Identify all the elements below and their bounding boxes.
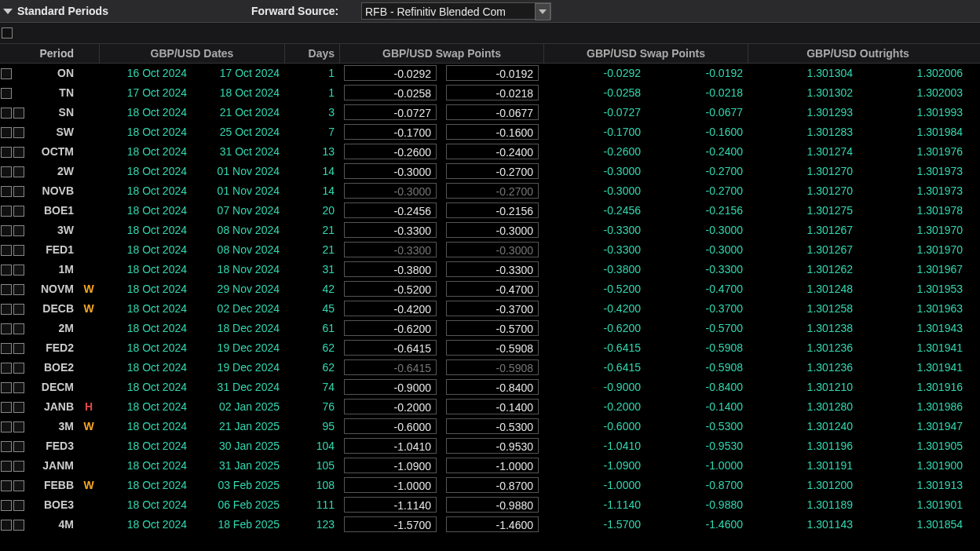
row-checkbox-a[interactable] <box>0 299 13 319</box>
row-checkbox-b[interactable] <box>13 103 25 122</box>
swap1-ask-cell[interactable]: -0.3000 <box>441 221 543 240</box>
row-checkbox-b[interactable] <box>13 279 25 299</box>
row-checkbox-a[interactable] <box>0 260 13 279</box>
collapse-icon[interactable] <box>3 9 13 14</box>
swap1-ask-cell[interactable]: -0.2400 <box>441 142 543 162</box>
swap1-bid-cell[interactable]: -0.4200 <box>339 299 441 319</box>
swap1-ask-cell[interactable]: -0.0677 <box>441 103 543 122</box>
swap1-ask-cell[interactable]: -0.5700 <box>441 319 543 338</box>
row-checkbox-a[interactable] <box>0 476 13 495</box>
swap1-ask-cell[interactable]: -0.3300 <box>441 260 543 279</box>
swap1-bid-cell[interactable]: -0.6415 <box>339 338 441 358</box>
row-checkbox-b[interactable] <box>13 319 25 338</box>
swap1-ask-cell[interactable]: -0.1600 <box>441 122 543 142</box>
row-checkbox-b[interactable] <box>13 221 25 240</box>
row-checkbox-a[interactable] <box>0 64 13 83</box>
forward-source-dropdown[interactable]: RFB - Refinitiv Blended Com <box>361 2 551 20</box>
row-checkbox-a[interactable] <box>0 436 13 456</box>
swap1-bid-cell[interactable]: -0.6000 <box>339 417 441 436</box>
dropdown-button[interactable] <box>535 3 550 20</box>
swap1-bid-cell[interactable]: -1.5700 <box>339 515 441 535</box>
row-checkbox-b[interactable] <box>13 142 25 162</box>
row-checkbox-b[interactable] <box>13 515 25 535</box>
row-checkbox-a[interactable] <box>0 338 13 358</box>
swap1-ask-cell[interactable]: -0.2700 <box>441 181 543 201</box>
row-checkbox-b[interactable] <box>13 417 25 436</box>
swap1-bid-cell[interactable]: -0.0258 <box>339 83 441 103</box>
swap1-ask-cell[interactable]: -1.4600 <box>441 515 543 535</box>
swap1-ask-cell[interactable]: -0.5300 <box>441 417 543 436</box>
row-checkbox-b[interactable] <box>13 456 25 476</box>
swap1-ask-cell[interactable]: -1.0000 <box>441 456 543 476</box>
swap1-ask-cell[interactable]: -0.8700 <box>441 476 543 495</box>
swap1-bid-cell[interactable]: -0.3300 <box>339 221 441 240</box>
swap1-ask-cell[interactable]: -0.3700 <box>441 299 543 319</box>
row-checkbox-b[interactable] <box>13 260 25 279</box>
row-checkbox-a[interactable] <box>0 417 13 436</box>
swap1-ask-cell[interactable]: -0.1400 <box>441 397 543 417</box>
row-checkbox-a[interactable] <box>0 378 13 397</box>
row-checkbox-a[interactable] <box>0 142 13 162</box>
row-checkbox-b[interactable] <box>13 64 25 83</box>
row-checkbox-a[interactable] <box>0 162 13 181</box>
row-checkbox-b[interactable] <box>13 181 25 201</box>
swap1-ask-cell[interactable]: -0.8400 <box>441 378 543 397</box>
swap1-bid-cell[interactable]: -0.5200 <box>339 279 441 299</box>
row-checkbox-a[interactable] <box>0 103 13 122</box>
row-checkbox-b[interactable] <box>13 162 25 181</box>
swap1-ask-cell[interactable]: -0.4700 <box>441 279 543 299</box>
swap1-ask-cell[interactable]: -0.2156 <box>441 201 543 221</box>
row-checkbox-a[interactable] <box>0 201 13 221</box>
swap1-bid-cell[interactable]: -0.3300 <box>339 240 441 260</box>
row-checkbox-b[interactable] <box>13 240 25 260</box>
swap1-bid-cell[interactable]: -0.2456 <box>339 201 441 221</box>
row-checkbox-a[interactable] <box>0 181 13 201</box>
swap1-bid-cell[interactable]: -0.3800 <box>339 260 441 279</box>
row-checkbox-a[interactable] <box>0 83 13 103</box>
row-checkbox-b[interactable] <box>13 476 25 495</box>
row-checkbox-a[interactable] <box>0 515 13 535</box>
swap1-ask-cell[interactable]: -0.9530 <box>441 436 543 456</box>
swap1-bid-cell[interactable]: -0.6415 <box>339 358 441 378</box>
row-checkbox-b[interactable] <box>13 495 25 515</box>
swap1-bid-cell[interactable]: -1.0410 <box>339 436 441 456</box>
swap1-bid-cell[interactable]: -0.0292 <box>339 64 441 83</box>
row-checkbox-a[interactable] <box>0 319 13 338</box>
swap1-ask-cell[interactable]: -0.5908 <box>441 358 543 378</box>
row-checkbox-a[interactable] <box>0 221 13 240</box>
row-checkbox-a[interactable] <box>0 279 13 299</box>
row-checkbox-b[interactable] <box>13 397 25 417</box>
swap1-bid-cell[interactable]: -1.0000 <box>339 476 441 495</box>
swap1-bid-cell[interactable]: -0.6200 <box>339 319 441 338</box>
row-checkbox-b[interactable] <box>13 122 25 142</box>
swap1-bid-cell[interactable]: -1.1140 <box>339 495 441 515</box>
row-checkbox-a[interactable] <box>0 240 13 260</box>
row-checkbox-a[interactable] <box>0 456 13 476</box>
swap1-ask-cell[interactable]: -0.2700 <box>441 162 543 181</box>
row-checkbox-a[interactable] <box>0 358 13 378</box>
swap1-ask-cell[interactable]: -0.3000 <box>441 240 543 260</box>
swap1-bid-cell[interactable]: -0.3000 <box>339 162 441 181</box>
row-checkbox-b[interactable] <box>13 378 25 397</box>
swap1-ask-cell[interactable]: -0.0192 <box>441 64 543 83</box>
swap1-bid-cell[interactable]: -0.3000 <box>339 181 441 201</box>
swap1-ask-cell[interactable]: -0.9880 <box>441 495 543 515</box>
swap1-ask-cell[interactable]: -0.5908 <box>441 338 543 358</box>
row-checkbox-b[interactable] <box>13 436 25 456</box>
swap1-bid-cell[interactable]: -0.1700 <box>339 122 441 142</box>
row-checkbox-b[interactable] <box>13 83 25 103</box>
row-checkbox-a[interactable] <box>0 397 13 417</box>
row-checkbox-b[interactable] <box>13 358 25 378</box>
swap1-bid-cell[interactable]: -0.2600 <box>339 142 441 162</box>
row-checkbox-b[interactable] <box>13 201 25 221</box>
row-checkbox-b[interactable] <box>13 338 25 358</box>
row-checkbox-a[interactable] <box>0 495 13 515</box>
row-checkbox-b[interactable] <box>13 299 25 319</box>
row-checkbox-a[interactable] <box>0 122 13 142</box>
swap1-ask-cell[interactable]: -0.0218 <box>441 83 543 103</box>
swap1-bid-cell[interactable]: -0.0727 <box>339 103 441 122</box>
swap1-bid-cell[interactable]: -0.2000 <box>339 397 441 417</box>
swap1-bid-cell[interactable]: -0.9000 <box>339 378 441 397</box>
toggle-all-checkbox[interactable] <box>2 27 13 38</box>
swap1-bid-cell[interactable]: -1.0900 <box>339 456 441 476</box>
